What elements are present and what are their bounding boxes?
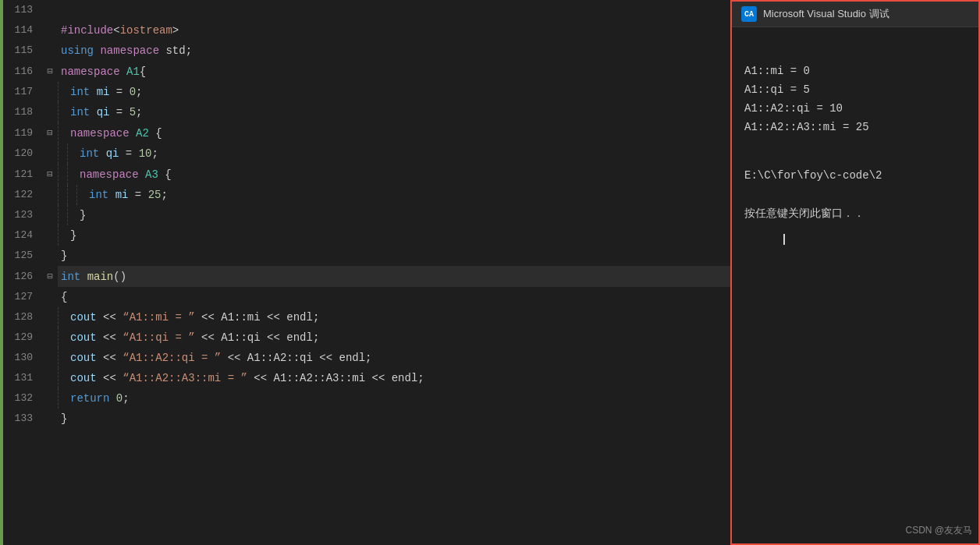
fold-icon[interactable]: ⊟ [47,128,52,139]
line-number: 117 [3,82,42,102]
fold-icon[interactable]: ⊟ [47,271,52,282]
line-number: 113 [3,0,42,20]
line-gutter [42,348,58,368]
line-gutter [42,82,58,102]
line-gutter [42,225,58,246]
indent-guide [58,102,67,122]
output-title: Microsoft Visual Studio 调试 [763,7,889,21]
line-gutter: ⊟ [42,266,58,287]
line-number: 126 [3,266,42,287]
line-number: 118 [3,102,42,122]
line-gutter: ⊟ [42,122,58,143]
line-number: 127 [3,287,42,307]
line-number: 122 [3,185,42,205]
indent-guide [58,348,67,368]
indent-guide [58,225,67,246]
indent-guide [76,185,86,205]
line-number: 129 [3,327,42,348]
editor-container: 113114#include<iostream>115using namespa… [0,0,980,545]
indent-guide [58,307,67,327]
line-gutter [42,388,58,409]
indent-guide [67,143,76,164]
line-gutter [42,205,58,225]
line-number: 115 [3,41,42,61]
line-gutter [42,327,58,348]
line-number: 120 [3,143,42,164]
indent-guide [58,143,67,164]
line-number: 125 [3,246,42,266]
line-number: 123 [3,205,42,225]
watermark: CSDN @友友马 [905,524,972,537]
line-number: 119 [3,122,42,143]
indent-guide [58,368,67,388]
line-gutter [42,41,58,61]
line-gutter [42,20,58,41]
line-number: 130 [3,348,42,368]
indent-guide [58,82,67,102]
indent-guide [58,388,67,409]
line-number: 132 [3,388,42,409]
output-path: E:\C\for\foy\c-code\2 [744,169,966,182]
line-gutter [42,368,58,388]
output-line: A1::A2::qi = 10 [744,99,966,118]
line-gutter [42,185,58,205]
line-gutter [42,143,58,164]
line-number: 128 [3,307,42,327]
output-content: A1::mi = 0A1::qi = 5A1::A2::qi = 10A1::A… [732,27,978,543]
output-line: A1::A2::A3::mi = 25 [744,118,966,136]
output-prompt: 按任意键关闭此窗口．． [744,207,966,221]
output-lines: A1::mi = 0A1::qi = 5A1::A2::qi = 10A1::A… [744,62,966,136]
line-gutter [42,246,58,266]
indent-guide [67,164,76,185]
line-number: 116 [3,61,42,82]
indent-guide [58,164,67,185]
indent-guide [67,205,76,225]
indent-guide [58,122,67,143]
line-number: 121 [3,164,42,185]
line-number: 133 [3,409,42,429]
vs-icon: CA [741,6,757,22]
fold-icon[interactable]: ⊟ [47,169,52,180]
line-number: 131 [3,368,42,388]
output-header: CA Microsoft Visual Studio 调试 [732,2,978,27]
indent-guide [58,185,67,205]
cursor [783,234,785,245]
line-gutter [42,409,58,429]
line-number: 124 [3,225,42,246]
indent-guide [58,327,67,348]
fold-icon[interactable]: ⊟ [47,66,52,77]
indent-guide [58,205,67,225]
output-line: A1::qi = 5 [744,80,966,99]
line-gutter [42,307,58,327]
output-panel: CA Microsoft Visual Studio 调试 A1::mi = 0… [730,0,980,545]
line-gutter: ⊟ [42,61,58,82]
line-number: 114 [3,20,42,41]
output-line: A1::mi = 0 [744,62,966,80]
line-gutter [42,102,58,122]
line-gutter [42,287,58,307]
indent-guide [67,185,76,205]
line-gutter: ⊟ [42,164,58,185]
line-gutter [42,0,58,20]
